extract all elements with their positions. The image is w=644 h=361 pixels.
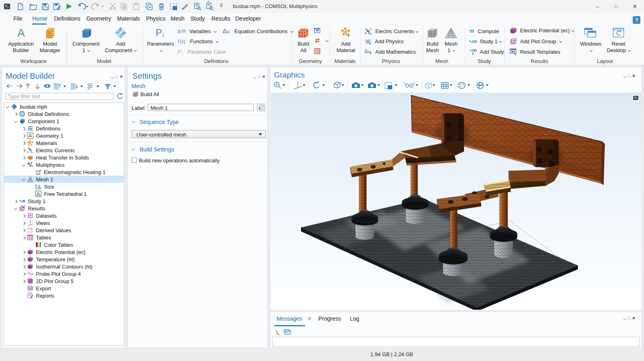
- svg-text:i: i: [182, 51, 182, 55]
- svg-text:P: P: [155, 27, 162, 38]
- svg-text:(x): (x): [180, 39, 185, 44]
- svg-text:a: a: [178, 28, 181, 34]
- svg-text:u: u: [227, 29, 230, 34]
- svg-text:P: P: [178, 49, 181, 55]
- svg-text:u: u: [368, 49, 370, 54]
- svg-text:8.85: 8.85: [27, 227, 33, 230]
- svg-text:i: i: [162, 31, 163, 38]
- svg-text:A: A: [17, 27, 25, 38]
- svg-text:Δ: Δ: [364, 48, 368, 54]
- svg-text:Δ: Δ: [223, 28, 226, 34]
- svg-text:e-12: e-12: [27, 230, 33, 233]
